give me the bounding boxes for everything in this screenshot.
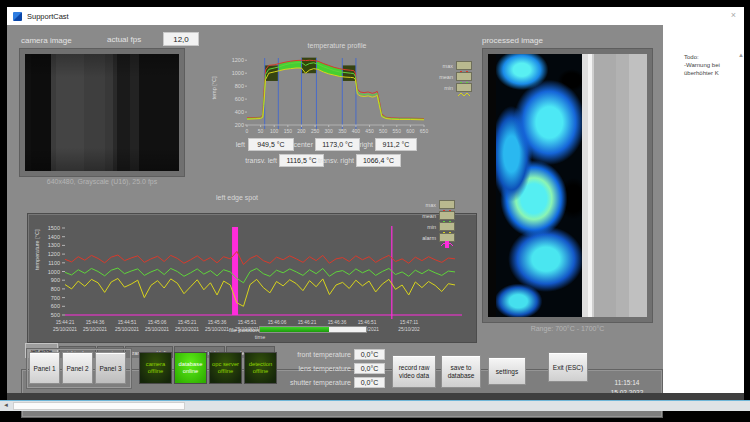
settings-button[interactable]: settings: [488, 357, 526, 385]
main-panel: camera image actual fps 12,0 640x480, Gr…: [7, 25, 663, 393]
svg-text:15:46:51: 15:46:51: [358, 320, 377, 325]
trend-legend-label: min: [427, 224, 436, 230]
svg-text:15:45:21: 15:45:21: [178, 320, 197, 325]
readout-label-center: center: [285, 141, 313, 148]
screen: SupportCast × camera image actual fps 12…: [0, 0, 750, 422]
profile-legend-swatch-min-icon: [456, 83, 472, 92]
clock-time: 11:15:14: [605, 378, 649, 388]
scroll-left-icon[interactable]: ◄: [3, 402, 9, 408]
status-database[interactable]: databaseonline: [174, 352, 207, 384]
exit-button[interactable]: Exit (ESC): [548, 352, 588, 382]
notes-line2: -Warnung bei überhöhter K: [684, 61, 742, 77]
temp-value-0: 0,0°C: [354, 349, 385, 360]
camera-image-label: camera image: [21, 36, 72, 45]
record-raw-video-button[interactable]: record raw video data: [392, 355, 436, 388]
svg-text:15:45:06: 15:45:06: [148, 320, 167, 325]
svg-text:300: 300: [325, 128, 334, 134]
readout-label-0: transv. left: [235, 157, 277, 164]
svg-text:500: 500: [379, 128, 388, 134]
svg-text:150: 150: [284, 128, 293, 134]
profile-legend-swatch-max-icon: [456, 61, 472, 70]
svg-text:800: 800: [235, 83, 244, 89]
trend-legend-item-max: max: [407, 200, 455, 209]
camera-caption: 640x480, Grayscale (U16), 25.0 fps: [20, 178, 184, 185]
horizontal-scrollbar-thumb[interactable]: [13, 402, 185, 410]
svg-text:1500: 1500: [48, 225, 60, 231]
trend-chart-legend: maxmeanminalarm: [407, 200, 455, 244]
window-title: SupportCast: [27, 12, 69, 21]
profile-legend-label: mean: [439, 74, 453, 80]
svg-text:25/10/2021: 25/10/2021: [145, 327, 169, 332]
trend-chart: 5006007008009001000110012001300140015001…: [22, 194, 468, 341]
app-icon: [13, 12, 22, 21]
svg-text:800: 800: [51, 286, 60, 292]
processed-image-frame: [483, 49, 652, 322]
file-position-progressbar[interactable]: [259, 326, 367, 333]
svg-text:25/10/2021: 25/10/2021: [115, 327, 139, 332]
svg-text:400: 400: [352, 128, 361, 134]
temp-value-1: 0,0°C: [354, 363, 385, 374]
svg-text:15:46:36: 15:46:36: [328, 320, 347, 325]
file-position-progress-fill: [260, 327, 329, 332]
profile-legend-item-min: min: [430, 83, 472, 92]
status-camera[interactable]: cameraoffline: [139, 352, 172, 384]
client-area: camera image actual fps 12,0 640x480, Gr…: [7, 25, 744, 393]
trend-legend-swatch-min-icon: [439, 222, 455, 231]
processed-image-thermal: [496, 54, 582, 317]
status-opc-server[interactable]: opc serveroffline: [209, 352, 242, 384]
processed-range-label: Range: 700°C - 1700°C: [483, 325, 652, 332]
svg-text:15:45:36: 15:45:36: [208, 320, 227, 325]
save-to-database-button[interactable]: save to database: [441, 355, 481, 388]
profile-legend-swatch-mean-icon: [456, 72, 472, 81]
svg-text:650: 650: [420, 128, 429, 134]
profile-chart-ylabel: temp [°C]: [211, 77, 217, 100]
profile-legend-label: max: [443, 63, 453, 69]
svg-text:15:47:11: 15:47:11: [400, 320, 419, 325]
svg-text:250: 250: [311, 128, 320, 134]
title-bar[interactable]: SupportCast ×: [7, 7, 744, 25]
svg-text:25/10/202: 25/10/202: [398, 327, 420, 332]
svg-text:350: 350: [338, 128, 347, 134]
trend-legend-item-mean: mean: [407, 211, 455, 220]
svg-text:15:45:51: 15:45:51: [238, 320, 257, 325]
svg-text:200: 200: [235, 122, 244, 128]
profile-chart-title: temperature profile: [262, 42, 412, 49]
svg-text:15:44:36: 15:44:36: [86, 320, 105, 325]
svg-text:200: 200: [297, 128, 306, 134]
svg-text:25/10/2021: 25/10/2021: [53, 327, 77, 332]
trend-legend-label: mean: [422, 213, 436, 219]
processed-image-left-band: [488, 54, 496, 317]
camera-image: [25, 54, 179, 171]
svg-text:900: 900: [51, 277, 60, 283]
close-icon[interactable]: ×: [731, 10, 736, 20]
svg-text:0: 0: [246, 128, 249, 134]
svg-text:100: 100: [270, 128, 279, 134]
profile-legend-label: min: [444, 85, 453, 91]
scroll-up-icon[interactable]: ▲: [738, 52, 744, 58]
actual-fps-label: actual fps: [107, 35, 141, 44]
svg-text:50: 50: [258, 128, 264, 134]
trend-legend-label: alarm: [422, 235, 436, 241]
panel-button-3[interactable]: Panel 3: [95, 352, 126, 384]
notes-panel[interactable]: Todo: -Warnung bei überhöhter K: [684, 53, 742, 77]
readout-value-1: 1066,4 °C: [356, 154, 401, 167]
svg-text:1200: 1200: [48, 251, 60, 257]
svg-text:15:46:06: 15:46:06: [268, 320, 287, 325]
profile-legend-item-mean: mean: [430, 72, 472, 81]
trend-legend-label: max: [426, 202, 436, 208]
svg-text:25/10/2021: 25/10/2021: [205, 327, 229, 332]
panel-button-1[interactable]: Panel 1: [29, 352, 60, 384]
svg-text:600: 600: [406, 128, 415, 134]
fps-value: 12,0: [163, 32, 199, 46]
svg-text:400: 400: [235, 109, 244, 115]
svg-text:500: 500: [51, 312, 60, 318]
processed-image: [488, 54, 647, 317]
profile-legend-item-max: max: [430, 61, 472, 70]
svg-text:1300: 1300: [48, 242, 60, 248]
svg-text:450: 450: [365, 128, 374, 134]
svg-text:25/10/2021: 25/10/2021: [175, 327, 199, 332]
svg-text:600: 600: [51, 303, 60, 309]
panel-button-2[interactable]: Panel 2: [62, 352, 93, 384]
trend-legend-swatch-mean-icon: [439, 211, 455, 220]
trend-legend-swatch-max-icon: [439, 200, 455, 209]
